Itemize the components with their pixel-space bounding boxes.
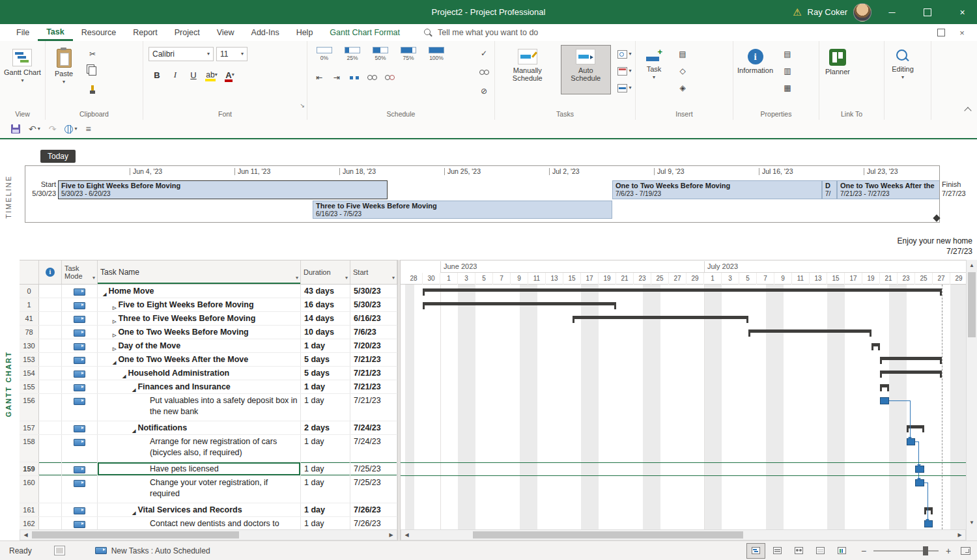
timeline-bar[interactable]: Three to Five Weeks Before Moving6/16/23… (313, 201, 612, 219)
info-cell[interactable] (39, 462, 62, 475)
tab-task[interactable]: Task (38, 24, 73, 41)
row-number[interactable]: 159 (20, 462, 39, 475)
split-task-button[interactable] (347, 70, 362, 85)
respect-links-button[interactable] (476, 65, 492, 79)
close-document-button[interactable]: × (952, 25, 972, 40)
task-name-cell[interactable]: ◢Vital Services and Records (98, 503, 301, 516)
scroll-left-icon[interactable]: ◀ (402, 531, 412, 539)
start-cell[interactable]: 7/26/23 (350, 503, 397, 516)
tab-help[interactable]: Help (288, 24, 322, 41)
cut-button[interactable]: ✂ (85, 47, 100, 61)
info-cell[interactable] (39, 326, 62, 339)
percent-complete-0-button[interactable]: 0% (311, 46, 337, 61)
insert-task-button[interactable]: Task ▾ (636, 45, 672, 94)
redo-button[interactable]: ↷ (46, 121, 60, 137)
duration-cell[interactable]: 10 days (301, 326, 350, 339)
task-mode-cell[interactable] (62, 353, 98, 366)
expand-outline-icon[interactable]: ▷ (113, 302, 116, 311)
task-name-cell[interactable]: Put valuables into a safety deposit box … (98, 394, 301, 421)
summary-bar[interactable] (880, 371, 942, 374)
task-information-button[interactable]: Information (734, 45, 776, 94)
start-cell[interactable]: 7/24/23 (350, 435, 397, 462)
task-mode-cell[interactable] (62, 285, 98, 298)
task-name-cell[interactable]: ▷Three to Five Weeks Before Moving (98, 312, 301, 325)
summary-bar[interactable] (880, 357, 942, 360)
filter-arrow-icon[interactable]: ▾ (345, 274, 348, 282)
row-number[interactable]: 154 (20, 367, 39, 380)
view-resource-sheet-button[interactable] (811, 543, 830, 559)
timeline-bar[interactable]: One to Two Weeks Before Moving7/6/23 - 7… (612, 180, 822, 199)
chart-hscrollbar[interactable]: ◀ ▶ (401, 529, 966, 540)
start-header[interactable]: Start▾ (350, 260, 397, 284)
row-number[interactable]: 158 (20, 435, 39, 462)
task-name-header[interactable]: Task Name▾ (98, 260, 301, 284)
view-gantt-button[interactable] (746, 543, 765, 559)
task-details-button[interactable]: ▥ (780, 64, 795, 78)
unlink-tasks-button[interactable] (382, 70, 397, 85)
info-cell[interactable] (39, 339, 62, 352)
zoom-slider-thumb[interactable] (923, 546, 928, 555)
duration-cell[interactable]: 1 day (301, 517, 350, 529)
percent-complete-25-button[interactable]: 25% (339, 46, 365, 61)
info-cell[interactable] (39, 503, 62, 516)
fit-timescale-button[interactable] (961, 547, 970, 555)
filter-arrow-icon[interactable]: ▾ (92, 274, 95, 282)
row-number[interactable]: 1 (20, 298, 39, 311)
row-number[interactable]: 157 (20, 421, 39, 434)
task-mode-cell[interactable] (62, 298, 98, 311)
summary-bar[interactable] (880, 384, 889, 387)
filter-arrow-icon[interactable]: ▾ (392, 274, 395, 282)
info-cell[interactable] (39, 367, 62, 380)
move-task-button[interactable]: ▾ (614, 64, 635, 78)
expand-outline-icon[interactable]: ▷ (113, 329, 116, 339)
insert-summary-button[interactable]: ▤ (675, 47, 690, 61)
font-name-select[interactable]: Calibri ▾ (149, 47, 214, 61)
task-mode-cell[interactable] (62, 517, 98, 529)
expand-outline-icon[interactable]: ▷ (113, 343, 116, 352)
row-number[interactable]: 0 (20, 285, 39, 298)
font-color-button[interactable]: A▾ (221, 68, 238, 82)
duration-cell[interactable]: 2 days (301, 421, 350, 434)
planner-button[interactable]: Planner (820, 45, 855, 77)
table-hscrollbar[interactable]: ◀ ▶ (20, 529, 397, 540)
collapse-outline-icon[interactable]: ◢ (132, 507, 135, 516)
status-indicator-icon[interactable] (54, 546, 65, 555)
start-cell[interactable]: 7/25/23 (350, 462, 397, 475)
tab-file[interactable]: File (8, 24, 38, 41)
info-cell[interactable] (39, 517, 62, 529)
notification-warning-icon[interactable]: ⚠ (793, 7, 801, 17)
task-mode-cell[interactable] (62, 462, 98, 475)
summary-bar[interactable] (871, 343, 881, 346)
undo-button[interactable]: ↶▾ (25, 121, 44, 137)
font-dialog-launcher-icon[interactable]: ↘ (300, 102, 305, 109)
info-cell[interactable] (39, 353, 62, 366)
maximize-button[interactable] (913, 0, 942, 24)
row-number[interactable]: 130 (20, 339, 39, 352)
filter-arrow-icon[interactable]: ▾ (296, 274, 298, 282)
duration-cell[interactable]: 1 day (301, 380, 350, 393)
minimize-button[interactable]: ─ (877, 0, 907, 24)
start-cell[interactable]: 7/24/23 (350, 421, 397, 434)
zoom-in-button[interactable]: + (944, 546, 953, 556)
task-name-cell[interactable]: ▷One to Two Weeks Before Moving (98, 326, 301, 339)
scroll-thumb[interactable] (32, 531, 239, 539)
timeline-pane-label[interactable]: TIMELINE (5, 175, 12, 219)
info-cell[interactable] (39, 312, 62, 325)
info-cell[interactable] (39, 298, 62, 311)
task-name-cell[interactable]: Contact new dentists and doctors to (98, 517, 301, 529)
format-painter-button[interactable] (85, 81, 100, 95)
qat-globe-button[interactable]: ▾ (61, 121, 80, 137)
start-cell[interactable]: 7/20/23 (350, 339, 397, 352)
start-cell[interactable]: 7/21/23 (350, 394, 397, 421)
task-mode-cell[interactable] (62, 367, 98, 380)
scroll-up-icon[interactable]: ▲ (967, 260, 976, 270)
tab-report[interactable]: Report (124, 24, 166, 41)
start-cell[interactable]: 7/21/23 (350, 353, 397, 366)
view-team-planner-button[interactable] (789, 543, 808, 559)
tab-gantt-chart-format[interactable]: Gantt Chart Format (321, 24, 408, 41)
duration-cell[interactable]: 16 days (301, 298, 350, 311)
task-name-cell[interactable]: ▷Five to Eight Weeks Before Moving (98, 298, 301, 311)
info-cell[interactable] (39, 285, 62, 298)
task-name-cell[interactable]: ◢Home Move (98, 285, 301, 298)
start-cell[interactable]: 6/16/23 (350, 312, 397, 325)
